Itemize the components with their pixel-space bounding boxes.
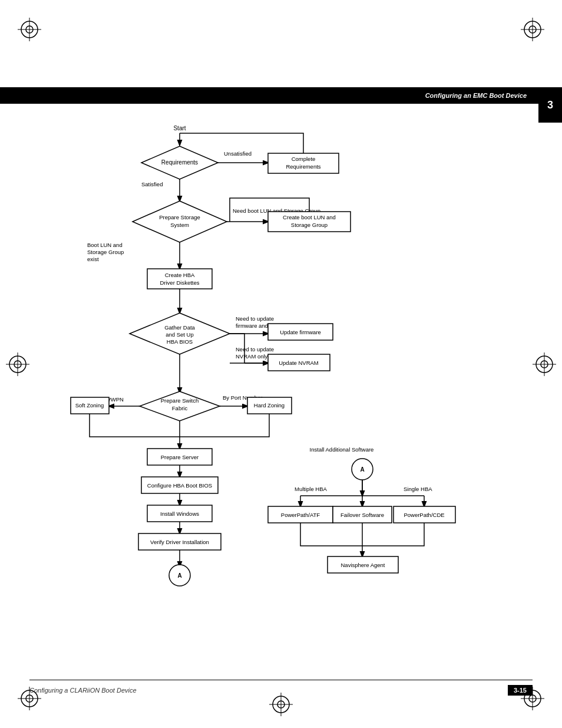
satisfied-label: Satisfied (141, 181, 163, 187)
update-firmware-text: Update firmware (280, 329, 321, 335)
requirements-text: Requirements (161, 159, 198, 166)
reg-mark-bottom-center (269, 693, 293, 716)
powerpath-atf-text: PowerPath/ATF (281, 512, 320, 518)
install-windows-text: Install Windows (160, 510, 199, 517)
create-hba-text1: Create HBA (165, 272, 195, 278)
create-lun-text1: Create boot LUN and (283, 214, 336, 220)
header-title: Configuring an EMC Boot Device (425, 92, 527, 99)
flowchart-svg: text { font-family: Arial, Helvetica, sa… (0, 104, 562, 670)
connector-a-right-text: A (360, 466, 364, 473)
soft-zoning-merge (90, 414, 180, 437)
reg-mark-top-right (521, 18, 544, 41)
boot-lun-exist-label2: Storage Group (87, 249, 124, 255)
boot-lun-exist-label3: exist (87, 256, 99, 262)
update-nvram-text: Update NVRAM (279, 360, 319, 366)
need-nvram-label2: NVRAM only (236, 353, 268, 360)
prepare-switch-text1: Prepare Switch (161, 397, 199, 404)
prepare-storage-text1: Prepare Storage (159, 214, 200, 220)
atf-merge (300, 523, 362, 546)
hard-zoning-text: Hard Zoning (254, 402, 285, 409)
footer: Configuring a CLARiiON Boot Device 3-15 (29, 680, 533, 696)
configure-hba-text: Configure HBA Boot BIOS (147, 482, 212, 489)
cde-merge (362, 523, 424, 546)
failover-text: Failover Software (340, 512, 384, 518)
gather-data-text1: Gather Data (164, 324, 195, 331)
prepare-server-text: Prepare Server (161, 454, 199, 460)
verify-driver-text: Verify Driver Installation (150, 539, 209, 545)
create-hba-text2: Driver Diskettes (160, 279, 199, 286)
need-firmware-label1: Need to update (236, 315, 274, 322)
start-label: Start (173, 125, 186, 131)
connector-a-left-text: A (177, 572, 181, 579)
complete-req-text2: Requirements (286, 163, 320, 170)
single-hba-label: Single HBA (404, 486, 432, 492)
footer-title: Configuring a CLARiiON Boot Device (29, 687, 137, 694)
reg-mark-top-left (18, 18, 41, 41)
create-lun-text2: Storage Group (291, 222, 328, 228)
install-additional-label: Install Additional Software (310, 446, 374, 453)
prepare-switch-text2: Fabric (172, 405, 188, 411)
boot-lun-exist-label1: Boot LUN and (87, 242, 123, 248)
unsatisfied-label: Unsatisfied (224, 150, 252, 157)
soft-zoning-text: Soft Zoning (75, 402, 104, 409)
footer-page: 3-15 (508, 685, 533, 696)
header-bar: Configuring an EMC Boot Device (0, 87, 562, 104)
need-nvram-label1: Need to update (236, 346, 274, 353)
gather-data-text3: HBA BIOS (167, 338, 193, 345)
navisphere-text: Navisphere Agent (341, 562, 385, 568)
powerpath-cde-text: PowerPath/CDE (404, 512, 444, 518)
multiple-hba-label: Multiple HBA (295, 486, 328, 492)
complete-req-text1: Complete (292, 156, 316, 162)
gather-data-text2: and Set Up (166, 331, 194, 338)
hard-zoning-merge (180, 414, 269, 437)
prepare-storage-text2: System (170, 222, 189, 228)
